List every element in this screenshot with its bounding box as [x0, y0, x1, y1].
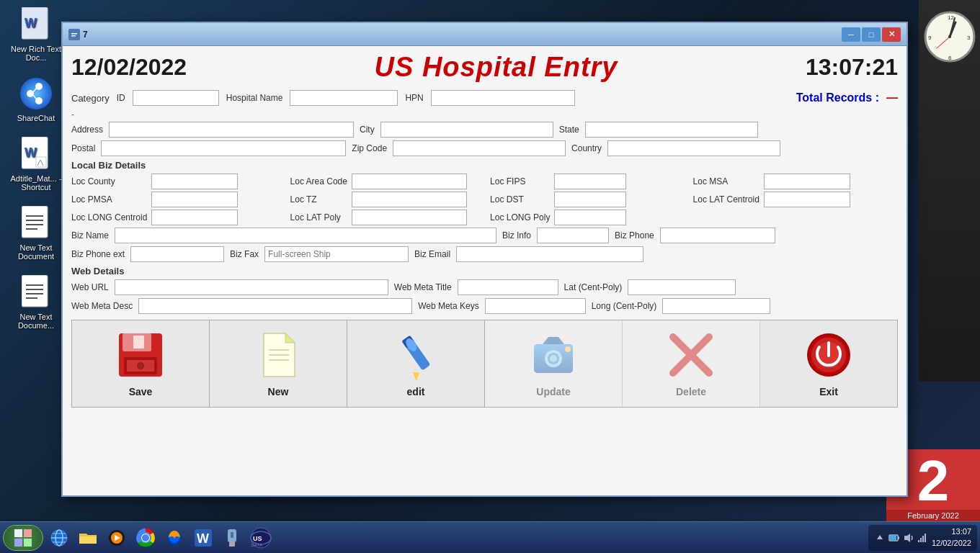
taskbar-word-icon[interactable]: W — [190, 525, 216, 551]
word-doc-icon: W — [19, 7, 53, 42]
edit-button[interactable]: edit — [347, 320, 485, 407]
loc-lat-centroid-input[interactable] — [764, 192, 850, 207]
loc-fips-label: Loc FIPS — [490, 176, 550, 186]
loc-long-centroid-input[interactable] — [151, 210, 238, 225]
tray-arrow-icon — [874, 532, 886, 544]
loc-msa-input[interactable] — [764, 174, 850, 189]
postal-input[interactable] — [101, 140, 346, 156]
category-label: Category — [71, 93, 110, 104]
taskbar-usb-icon[interactable] — [219, 525, 245, 551]
analog-clock-icon: 12 3 6 9 — [924, 11, 976, 63]
start-button[interactable] — [3, 525, 43, 551]
lat-centpoly-input[interactable] — [628, 279, 736, 295]
exit-label: Exit — [819, 386, 838, 397]
taskbar-usdata-icon[interactable]: US DATA — [248, 525, 274, 551]
address-input[interactable] — [109, 122, 354, 138]
loc-tz-input[interactable] — [352, 192, 467, 207]
svg-rect-12 — [22, 206, 48, 238]
id-input[interactable] — [133, 90, 219, 106]
svg-text:W: W — [197, 531, 209, 546]
taskbar-folder-icon[interactable] — [75, 525, 101, 551]
text-doc-icon-2 — [19, 275, 53, 310]
svg-text:6: 6 — [948, 55, 952, 61]
web-url-input[interactable] — [115, 279, 388, 295]
biz-info-label: Biz Info — [502, 230, 531, 240]
minimize-button[interactable]: ─ — [842, 27, 860, 42]
svg-rect-97 — [925, 534, 926, 542]
web-meta-desc-input[interactable] — [138, 298, 412, 314]
local-biz-title: Local Biz Details — [71, 160, 898, 171]
desktop-icon-new-text-1[interactable]: New Text Document — [7, 206, 65, 261]
postal-row: Postal Zip Code Country — [71, 140, 898, 156]
close-button[interactable]: ✕ — [882, 27, 901, 42]
biz-info-input[interactable] — [537, 228, 609, 243]
app-content: 12/02/2022 US Hospital Entry 13:07:21 Ca… — [63, 46, 906, 495]
zip-code-input[interactable] — [393, 140, 566, 156]
biz-phone-row: Biz Phone ext Biz Fax Biz Email — [71, 246, 898, 262]
svg-text:US: US — [253, 535, 262, 542]
loc-long-centroid-label: Loc LONG Centroid — [71, 212, 147, 222]
loc-county-input[interactable] — [151, 174, 238, 189]
address-row: Address City State — [71, 122, 898, 138]
biz-phone-ext-label: Biz Phone ext — [71, 249, 125, 259]
svg-marker-89 — [877, 535, 883, 539]
biz-fax-label: Biz Fax — [230, 249, 259, 259]
svg-marker-52 — [543, 337, 564, 344]
svg-rect-32 — [71, 33, 77, 35]
desktop-icon-new-text-2[interactable]: New Text Docume... — [7, 275, 65, 330]
web-url-label: Web URL — [71, 282, 109, 292]
hpn-input[interactable] — [431, 90, 575, 106]
update-label: Update — [536, 386, 570, 397]
biz-email-label: Biz Email — [414, 249, 450, 259]
exit-button[interactable]: Exit — [760, 320, 897, 407]
loc-long-poly-input[interactable] — [554, 210, 626, 225]
desktop-icon-sharechat[interactable]: ShareChat — [7, 76, 65, 122]
taskbar-time: 13:07 — [932, 526, 971, 537]
city-input[interactable] — [380, 122, 553, 138]
taskbar-firefox-icon[interactable] — [161, 525, 187, 551]
loc-dst-label: Loc DST — [490, 194, 550, 204]
icon-label: Adtitle_Mat... - Shortcut — [7, 174, 65, 192]
web-meta-title-input[interactable] — [458, 279, 558, 295]
loc-area-code-input[interactable] — [352, 174, 467, 189]
loc-pmsa-input[interactable] — [151, 192, 238, 207]
desktop-icon-adtitle[interactable]: W Adtitle_Mat... - Shortcut — [7, 137, 65, 192]
web-meta-desc-label: Web Meta Desc — [71, 301, 133, 311]
loc-pmsa-label: Loc PMSA — [71, 194, 147, 204]
biz-fax-input[interactable] — [264, 246, 409, 262]
tray-battery-icon — [888, 532, 900, 544]
delete-button[interactable]: Delete — [623, 320, 760, 407]
loc-lat-poly-label: Loc LAT Poly — [290, 212, 347, 222]
sharechat-icon — [19, 76, 53, 111]
window-icon — [68, 29, 80, 40]
maximize-button[interactable]: □ — [862, 27, 881, 42]
state-input[interactable] — [585, 122, 758, 138]
zip-code-label: Zip Code — [352, 143, 387, 153]
svg-rect-94 — [918, 540, 919, 542]
tray-speaker-icon — [903, 532, 914, 544]
hospital-name-input[interactable] — [290, 90, 398, 106]
taskbar-chrome-icon[interactable] — [133, 525, 159, 551]
save-button[interactable]: Save — [72, 320, 210, 407]
loc-lat-poly-input[interactable] — [352, 210, 467, 225]
update-button[interactable]: Update — [485, 320, 623, 407]
action-buttons-row: Save New — [71, 320, 898, 408]
biz-phone-ext-input[interactable] — [130, 246, 224, 262]
new-button[interactable]: New — [210, 320, 347, 407]
biz-name-input[interactable] — [115, 228, 496, 243]
loc-msa-label: Loc MSA — [693, 176, 760, 186]
svg-rect-96 — [922, 536, 924, 542]
taskbar-media-icon[interactable] — [104, 525, 130, 551]
biz-phone-input[interactable] — [660, 228, 775, 243]
desktop-icon-rich-text[interactable]: W New Rich Text Doc... — [7, 7, 65, 62]
web-meta-keys-input[interactable] — [485, 298, 586, 314]
loc-lat-centroid-label: Loc LAT Centroid — [693, 194, 760, 204]
svg-rect-63 — [24, 529, 32, 537]
biz-email-input[interactable] — [456, 246, 643, 262]
loc-fips-input[interactable] — [554, 174, 626, 189]
taskbar-ie-icon[interactable] — [46, 525, 72, 551]
loc-dst-input[interactable] — [554, 192, 626, 207]
save-icon — [115, 330, 166, 380]
long-centpoly-input[interactable] — [662, 298, 770, 314]
country-input[interactable] — [607, 140, 780, 156]
